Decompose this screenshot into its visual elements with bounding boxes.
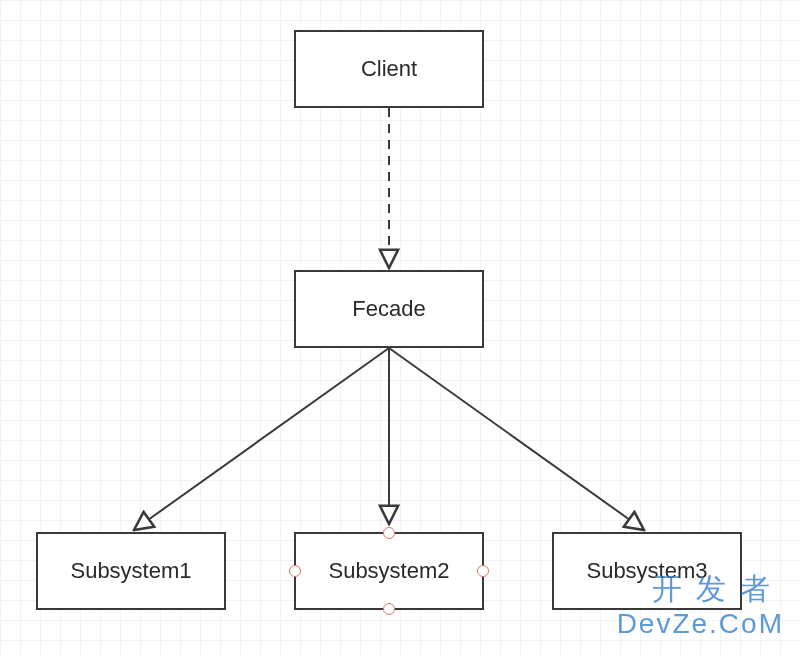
node-facade[interactable]: Fecade <box>294 270 484 348</box>
node-subsystem2[interactable]: Subsystem2 <box>294 532 484 610</box>
node-subsystem1[interactable]: Subsystem1 <box>36 532 226 610</box>
node-label: Client <box>361 56 417 82</box>
connection-port-bottom[interactable] <box>383 603 395 615</box>
connection-port-right[interactable] <box>477 565 489 577</box>
connection-port-left[interactable] <box>289 565 301 577</box>
node-label: Subsystem3 <box>586 558 707 584</box>
node-client[interactable]: Client <box>294 30 484 108</box>
node-subsystem3[interactable]: Subsystem3 <box>552 532 742 610</box>
connection-port-top[interactable] <box>383 527 395 539</box>
node-label: Subsystem1 <box>70 558 191 584</box>
diagram-canvas[interactable]: Client Fecade Subsystem1 Subsystem2 Subs… <box>0 0 800 655</box>
edge-facade-subsystem3 <box>389 348 644 530</box>
edge-facade-subsystem1 <box>134 348 389 530</box>
node-label: Fecade <box>352 296 425 322</box>
node-label: Subsystem2 <box>328 558 449 584</box>
